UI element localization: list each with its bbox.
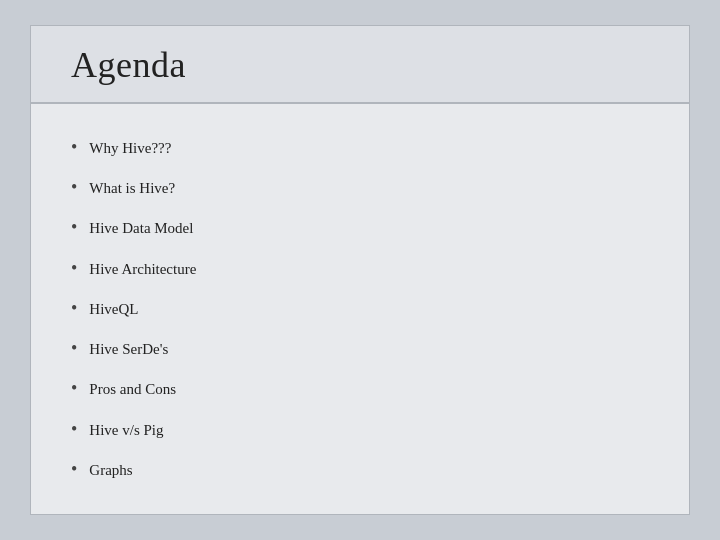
bullet-dot: • xyxy=(71,178,77,196)
bullet-dot: • xyxy=(71,339,77,357)
bullet-text-5: HiveQL xyxy=(89,300,138,320)
bullet-dot: • xyxy=(71,138,77,156)
bullet-text-1: Why Hive??? xyxy=(89,139,171,159)
bullet-dot: • xyxy=(71,259,77,277)
slide-title: Agenda xyxy=(71,44,649,86)
bullet-text-9: Graphs xyxy=(89,461,132,481)
bullet-item: •Hive Data Model xyxy=(71,218,649,239)
bullet-dot: • xyxy=(71,420,77,438)
bullet-text-4: Hive Architecture xyxy=(89,260,196,280)
bullet-item: •Pros and Cons xyxy=(71,379,649,400)
bullet-text-7: Pros and Cons xyxy=(89,380,176,400)
slide-header: Agenda xyxy=(31,26,689,104)
bullet-item: •Hive SerDe's xyxy=(71,339,649,360)
bullet-text-8: Hive v/s Pig xyxy=(89,421,163,441)
bullet-text-6: Hive SerDe's xyxy=(89,340,168,360)
slide-body: •Why Hive???•What is Hive?•Hive Data Mod… xyxy=(31,104,689,514)
bullet-dot: • xyxy=(71,460,77,478)
bullet-item: •HiveQL xyxy=(71,299,649,320)
bullet-item: •Hive Architecture xyxy=(71,259,649,280)
bullet-item: •Graphs xyxy=(71,460,649,481)
bullet-dot: • xyxy=(71,379,77,397)
bullet-dot: • xyxy=(71,218,77,236)
bullet-text-2: What is Hive? xyxy=(89,179,175,199)
bullet-dot: • xyxy=(71,299,77,317)
bullet-item: •Hive v/s Pig xyxy=(71,420,649,441)
bullet-item: •Why Hive??? xyxy=(71,138,649,159)
slide: Agenda •Why Hive???•What is Hive?•Hive D… xyxy=(30,25,690,515)
bullet-item: •What is Hive? xyxy=(71,178,649,199)
bullet-text-3: Hive Data Model xyxy=(89,219,193,239)
